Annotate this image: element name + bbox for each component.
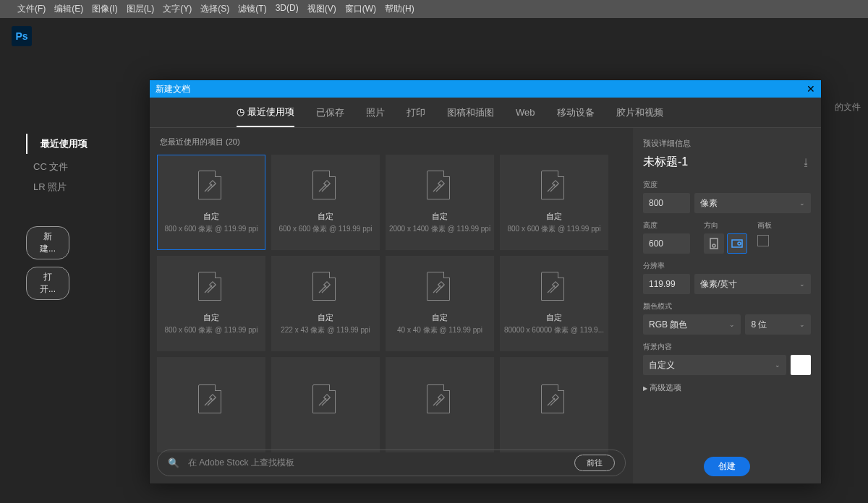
height-input[interactable] [643,233,690,254]
dialog-title: 新建文档 [156,83,190,95]
preset-card[interactable]: 自定222 x 43 像素 @ 119.99 ppi [271,256,380,351]
preset-card[interactable]: 自定800 x 600 像素 @ 119.99 ppi [500,155,608,250]
portrait-button[interactable] [704,233,724,254]
menu-3d[interactable]: 3D(D) [276,3,299,15]
preset-card[interactable]: 自定600 x 600 像素 @ 119.99 ppi [271,155,380,250]
card-title: 自定 [432,312,448,323]
search-placeholder[interactable]: 在 Adobe Stock 上查找模板 [188,457,566,469]
artboard-label: 画板 [757,220,772,231]
card-title: 自定 [432,211,448,222]
tab-film[interactable]: 胶片和视频 [616,106,663,126]
card-title: 自定 [318,312,333,323]
nav-recent[interactable]: 最近使用项 [33,134,145,154]
preset-card[interactable]: 自定40 x 40 像素 @ 119.99 ppi [386,256,494,351]
app-logo: Ps [12,26,32,46]
search-icon: 🔍 [168,457,179,468]
go-button[interactable]: 前往 [574,455,615,471]
stock-search: 🔍 在 Adobe Stock 上查找模板 前往 [157,450,626,476]
presets-panel: 您最近使用的项目 (20) 自定800 x 600 像素 @ 119.99 pp… [150,128,633,483]
close-icon[interactable]: ✕ [807,83,815,95]
bit-depth-select[interactable]: 8 位⌄ [745,314,811,335]
clock-icon: ◷ [237,106,244,117]
card-meta: 222 x 43 像素 @ 119.99 ppi [281,325,370,335]
create-button[interactable]: 创建 [704,457,750,476]
preset-card[interactable] [386,357,494,452]
tab-mobile[interactable]: 移动设备 [557,106,595,126]
orient-label: 方向 [704,220,747,231]
card-meta: 2000 x 1400 像素 @ 119.99 ppi [389,224,490,234]
details-panel: 预设详细信息 未标题-1 ⭳ 宽度 像素⌄ 高度 方向 [633,128,821,483]
preset-card[interactable] [271,357,380,452]
svg-point-15 [738,242,741,245]
menu-image[interactable]: 图像(I) [92,3,117,15]
card-title: 自定 [546,312,562,323]
color-mode-select[interactable]: RGB 颜色⌄ [643,314,741,335]
width-label: 宽度 [643,180,811,190]
menu-file[interactable]: 文件(F) [17,3,46,15]
menu-window[interactable]: 窗口(W) [345,3,376,15]
menu-help[interactable]: 帮助(H) [385,3,414,15]
dialog-titlebar: 新建文档 ✕ [150,80,821,98]
card-meta: 800 x 600 像素 @ 119.99 ppi [164,325,258,335]
new-document-dialog: 新建文档 ✕ ◷最近使用项 已保存 照片 打印 图稿和插图 Web 移动设备 胶… [149,79,822,484]
open-button[interactable]: 打开... [26,267,69,300]
details-header: 预设详细信息 [643,138,811,149]
height-label: 高度 [643,220,694,231]
width-input[interactable] [643,193,690,213]
preset-card[interactable] [157,357,265,452]
home-bg-text: 的文件 [835,101,861,113]
tab-photo[interactable]: 照片 [366,106,385,126]
nav-lr-photos[interactable]: LR 照片 [26,177,145,197]
dialog-tabs: ◷最近使用项 已保存 照片 打印 图稿和插图 Web 移动设备 胶片和视频 [150,98,821,128]
card-meta: 40 x 40 像素 @ 119.99 ppi [397,325,482,335]
menu-layer[interactable]: 图层(L) [127,3,155,15]
menu-type[interactable]: 文字(Y) [163,3,192,15]
nav-cc-files[interactable]: CC 文件 [26,157,145,177]
card-meta: 600 x 600 像素 @ 119.99 ppi [278,224,372,234]
tab-recent[interactable]: ◷最近使用项 [237,106,294,127]
background-swatch[interactable] [791,355,811,375]
tab-art[interactable]: 图稿和插图 [447,106,494,126]
save-preset-icon[interactable]: ⭳ [801,157,811,168]
card-meta: 80000 x 60000 像素 @ 119.9... [504,325,604,335]
preset-card[interactable]: 自定800 x 600 像素 @ 119.99 ppi [157,256,265,351]
preset-card[interactable]: 自定80000 x 60000 像素 @ 119.9... [500,256,608,351]
menu-filter[interactable]: 滤镜(T) [238,3,266,15]
menu-select[interactable]: 选择(S) [200,3,229,15]
doc-name-input[interactable]: 未标题-1 [643,155,688,170]
menubar: 文件(F) 编辑(E) 图像(I) 图层(L) 文字(Y) 选择(S) 滤镜(T… [0,0,868,18]
card-title: 自定 [546,211,562,222]
resolution-label: 分辨率 [643,261,811,271]
landscape-button[interactable] [727,233,747,254]
preset-card[interactable] [500,357,608,452]
resolution-input[interactable] [643,274,690,294]
app-toolbar: Ps [0,18,868,54]
background-select[interactable]: 自定义⌄ [643,355,786,375]
tab-print[interactable]: 打印 [407,106,425,126]
background-label: 背景内容 [643,342,811,352]
card-meta: 800 x 600 像素 @ 119.99 ppi [507,224,600,234]
chevron-right-icon: ▶ [643,385,647,392]
card-title: 自定 [203,312,219,323]
new-button[interactable]: 新建... [26,226,69,259]
tab-saved[interactable]: 已保存 [316,106,344,126]
card-title: 自定 [203,211,219,222]
preset-card[interactable]: 自定2000 x 1400 像素 @ 119.99 ppi [386,155,494,250]
home-nav: 最近使用项 CC 文件 LR 照片 新建... 打开... [0,54,145,503]
advanced-toggle[interactable]: ▶高级选项 [643,382,811,393]
preset-card[interactable]: 自定800 x 600 像素 @ 119.99 ppi [157,155,265,250]
section-heading: 您最近使用的项目 (20) [160,137,626,147]
color-mode-label: 颜色模式 [643,301,811,311]
menu-view[interactable]: 视图(V) [307,3,336,15]
unit-select[interactable]: 像素⌄ [694,193,811,213]
resolution-unit-select[interactable]: 像素/英寸⌄ [694,274,811,294]
preset-grid: 自定800 x 600 像素 @ 119.99 ppi自定600 x 600 像… [157,155,626,452]
svg-point-13 [712,244,715,247]
card-meta: 800 x 600 像素 @ 119.99 ppi [164,224,258,234]
tab-web[interactable]: Web [516,107,535,125]
artboard-checkbox[interactable] [757,235,769,246]
card-title: 自定 [318,211,333,222]
menu-edit[interactable]: 编辑(E) [54,3,83,15]
